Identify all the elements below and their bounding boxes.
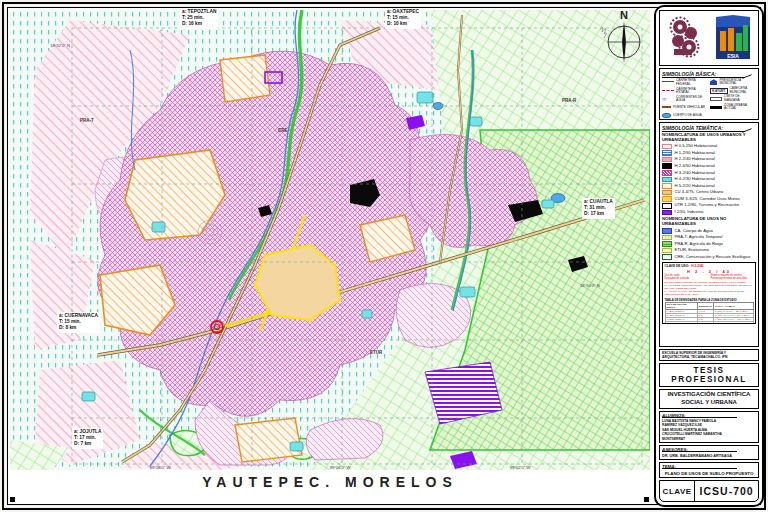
compass-icon: N <box>596 8 648 66</box>
ipn-logo <box>666 15 706 61</box>
destination-label-oaxtepec: a: OAXTEPEC T: 15 min. D: 10 km <box>385 8 421 29</box>
key-label: CLAVE <box>660 481 695 501</box>
basic-symbology-title: SIMBOLOGÍA BÁSICA: <box>662 71 756 77</box>
urban-area-icon <box>710 106 722 109</box>
swatch-prat <box>662 235 672 241</box>
legend-item: H 3-2/40 Habitacional <box>662 170 756 176</box>
swatch-etur <box>662 248 672 254</box>
corner-mark <box>644 497 649 502</box>
thematic-symbology-title: SIMBOLOGÍA TEMÁTICA: <box>662 125 756 131</box>
land-use-map: 18°52'0" N 18°50'0" N 99°06'0" W 99°04'0… <box>10 10 650 470</box>
legend-item: H 1-2/50 Habitacional <box>662 150 756 156</box>
school-box: ESCUELA SUPERIOR DE INGENIERÍA Y ARQUITE… <box>659 349 759 361</box>
explainer-note: LA ALTURA MÁXIMA SE DETERMINA POR EL NÚM… <box>665 291 754 297</box>
density-table: TIPO DE USO DE SUELO DENSIDAD VIV/HA - H… <box>665 302 754 324</box>
basic-symbology-box: SIMBOLOGÍA BÁSICA: CARRETERA FEDERAL CAR… <box>659 68 759 120</box>
state-highway-icon <box>662 90 674 95</box>
nomenclature-explainer-box: CLAVE DE USO: H 2-2/40 H 2 - 2 / 40 Uso … <box>662 262 756 324</box>
lon-label: 99°06'0" W <box>150 465 171 470</box>
theme-label: TEMA: <box>662 464 756 469</box>
legend-basic-item: ≈≈ CORRIENTES DE AGUA <box>662 96 708 103</box>
destination-label-jojutla: a: JOJUTLA T: 17 min. D: 7 km <box>72 428 103 449</box>
swatch-h24 <box>662 163 672 169</box>
urban-nomenclature-heading: NOMENCLATURA DE USOS URBANOS Y URBANIZAB… <box>662 133 756 143</box>
zone-label: ETUR <box>370 350 383 355</box>
legend-item: H 2-2/40 Habitacional <box>662 157 756 163</box>
lon-label: 99°02'0" W <box>510 465 531 470</box>
legend-basic-item: CARRETERA ESTATAL <box>662 88 708 95</box>
students-label: ALUMNOS: <box>662 413 756 418</box>
map-sheet: 18°52'0" N 18°50'0" N 99°06'0" W 99°04'0… <box>0 0 768 512</box>
legend-basic-item: H.AYUNT. CABECERA MUNICIPAL <box>710 87 756 94</box>
federal-highway-icon <box>662 81 674 86</box>
advisors-label: ASESORES: <box>662 447 756 452</box>
legend-item: UTR 1-2/80, Turismo y Recreación <box>662 203 756 209</box>
esia-logo-text: ESIA <box>727 53 739 59</box>
key-box: CLAVE ICSU-700 <box>659 480 759 502</box>
nonurban-nomenclature-heading: NOMENCLATURA DE USOS NO URBANIZABLES <box>662 217 756 227</box>
corner-mark <box>10 497 15 502</box>
swatch-h05 <box>662 144 672 150</box>
destination-label-cuernavaca: a: CUERNAVACA T: 15 min. D: 8 km <box>57 312 100 333</box>
advisor-name: DR. URB. BALDERRÁBANO ARTEAGA <box>662 454 756 458</box>
school-line2: ARQUITECTURA, TECAMACHALCO. IPN <box>662 355 756 359</box>
legend-item: H 2-4/50 Habitacional <box>662 163 756 169</box>
swatch-prar <box>662 241 672 247</box>
swatch-industry <box>662 210 672 216</box>
legend-item: ETUR, Ecoturismo <box>662 248 756 254</box>
esia-logo: ESIA <box>714 15 752 61</box>
table-row: HABITACIONALH 3HASTA 30 VIV/HA - 150 HAB… <box>665 322 753 324</box>
legend-item: PRA-T, Agrícola Temporal <box>662 235 756 241</box>
destination-label-tepoztlan: a: TEPOZTLAN T: 25 min. D: 16 km <box>180 8 218 29</box>
legend-basic-item: CUERPO DE AGUA <box>662 113 708 118</box>
lat-label: 18°50'0" N <box>580 283 600 288</box>
zone-label: PRA-R <box>562 98 577 103</box>
legend-item: I 2/30, Industria <box>662 210 756 216</box>
density-table-title: TABLA DE DENSIDADES PARA LA ZONA DE ESTU… <box>665 298 754 302</box>
legend-item: H 5-2/20 Habitacional <box>662 183 756 189</box>
municipal-seat-icon: H.AYUNT. <box>710 88 728 94</box>
destination-label-cuautla: a: CUAUTLA T: 31 min. D: 17 km <box>582 198 615 219</box>
legend-item: CUM 3-3/25, Corredor Usos Mixtos <box>662 196 756 202</box>
legend-basic-item: LÍMITE DE MANZANA <box>710 95 756 102</box>
swatch-h3 <box>662 170 672 176</box>
swatch-ca <box>662 228 672 234</box>
legend-basic-item: PUENTE VEHICULAR <box>662 104 708 111</box>
legend-item: H 0.5-250 Habitacional <box>662 144 756 150</box>
logos-box: ESIA <box>659 10 759 66</box>
thematic-symbology-box: SIMBOLOGÍA TEMÁTICA: NOMENCLATURA DE USO… <box>659 122 759 347</box>
students-box: ALUMNOS: LUNA BAUTISTA NANCY FABIOLA RAM… <box>659 411 759 443</box>
legend-item: CA, Cuerpo de Agua <box>662 228 756 234</box>
stream-icon: ≈≈ <box>662 97 674 102</box>
map-title: YAUTEPEC. MORELOS <box>10 474 650 490</box>
theme-box: TEMA: PLANO DE USOS DE SUELO PROPUESTO <box>659 462 759 478</box>
legend-item: PRA-R, Agrícola de Riego <box>662 241 756 247</box>
swatch-h1 <box>662 150 672 156</box>
swatch-cre <box>662 254 672 260</box>
lat-label: 18°52'0" N <box>50 43 70 48</box>
clave-value: H 2-2/40 <box>691 264 703 268</box>
clave-label: CLAVE DE USO: <box>665 264 690 268</box>
thesis-title: TESIS PROFESIONAL <box>659 363 759 387</box>
legend-basic-item: CARRETERA FEDERAL <box>662 79 708 86</box>
swatch-h5 <box>662 183 672 189</box>
swatch-cum <box>662 196 672 202</box>
water-body-icon <box>662 113 671 118</box>
swatch-h2 <box>662 157 672 163</box>
thesis-subtitle: INVESTIGACIÓN CIENTÍFICA SOCIAL Y URBANA <box>659 389 759 409</box>
city-hall-icon <box>710 79 717 85</box>
block-limit-icon <box>710 97 722 101</box>
key-code: ICSU-700 <box>695 481 758 501</box>
theme-text: PLANO DE USOS DE SUELO PROPUESTO <box>662 471 756 476</box>
legend-panel: ESIA SIMBOLOGÍA BÁSICA: CARRETERA FEDERA… <box>654 5 764 507</box>
north-letter: N <box>620 9 628 21</box>
legend-basic-item: ZONA URBANA ACTUAL <box>710 104 756 111</box>
north-arrow: N <box>596 8 648 66</box>
swatch-cu <box>662 190 672 196</box>
advisors-box: ASESORES: DR. URB. BALDERRÁBANO ARTEAGA <box>659 445 759 460</box>
map-canvas: 18°52'0" N 18°50'0" N 99°06'0" W 99°04'0… <box>10 10 650 470</box>
swatch-utr <box>662 203 672 209</box>
legend-item: CRE, Conservación y Rescate Ecológico <box>662 254 756 260</box>
bridge-icon <box>662 106 671 111</box>
zone-label: CRE <box>278 128 288 133</box>
